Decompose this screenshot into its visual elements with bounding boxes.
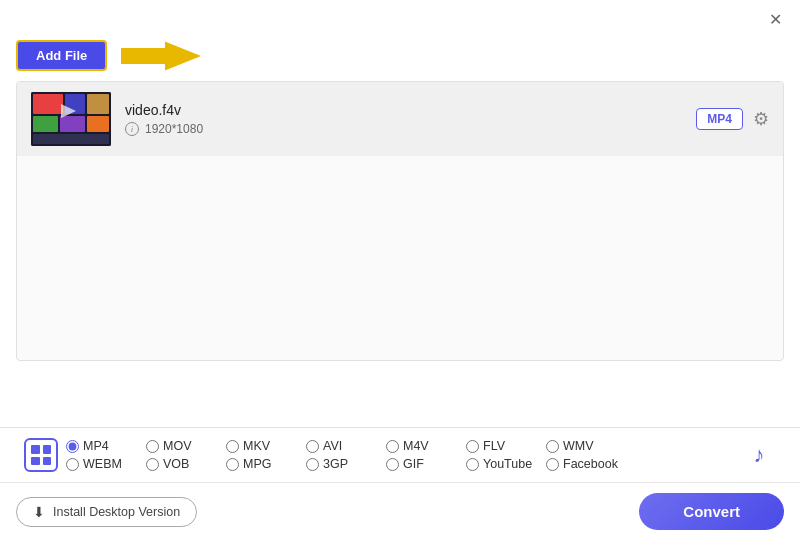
format-option-flv[interactable]: FLV bbox=[466, 439, 546, 453]
install-desktop-button[interactable]: ⬇ Install Desktop Version bbox=[16, 497, 197, 527]
format-label-facebook: Facebook bbox=[563, 457, 618, 471]
format-option-facebook[interactable]: Facebook bbox=[546, 457, 626, 471]
format-label-mkv: MKV bbox=[243, 439, 270, 453]
add-file-button[interactable]: Add File bbox=[16, 40, 107, 71]
format-badge-button[interactable]: MP4 bbox=[696, 108, 743, 130]
format-label-3gp: 3GP bbox=[323, 457, 348, 471]
format-label-vob: VOB bbox=[163, 457, 189, 471]
svg-rect-8 bbox=[33, 134, 109, 144]
format-label-m4v: M4V bbox=[403, 439, 429, 453]
format-label-mp4: MP4 bbox=[83, 439, 109, 453]
bottom-panel: MP4 MOV MKV AVI M4V bbox=[0, 427, 800, 540]
file-actions: MP4 ⚙ bbox=[696, 108, 769, 130]
file-name: video.f4v bbox=[125, 102, 682, 118]
grid-cell-2 bbox=[43, 445, 52, 454]
file-resolution: 1920*1080 bbox=[145, 122, 203, 136]
format-icon-area bbox=[16, 438, 66, 472]
format-option-mkv[interactable]: MKV bbox=[226, 439, 306, 453]
grid-cell-1 bbox=[31, 445, 40, 454]
format-option-webm[interactable]: WEBM bbox=[66, 457, 146, 471]
format-option-mov[interactable]: MOV bbox=[146, 439, 226, 453]
format-option-3gp[interactable]: 3GP bbox=[306, 457, 386, 471]
arrow-hint bbox=[121, 41, 201, 71]
format-grid: MP4 MOV MKV AVI M4V bbox=[0, 428, 800, 483]
footer-bar: ⬇ Install Desktop Version Convert bbox=[0, 483, 800, 540]
file-info: video.f4v i 1920*1080 bbox=[125, 102, 682, 136]
title-bar: ✕ bbox=[0, 0, 800, 34]
svg-rect-7 bbox=[87, 116, 109, 132]
format-label-mov: MOV bbox=[163, 439, 191, 453]
convert-button[interactable]: Convert bbox=[639, 493, 784, 530]
music-icon-area[interactable]: ♪ bbox=[734, 442, 784, 468]
music-icon: ♪ bbox=[754, 442, 765, 468]
file-thumbnail bbox=[31, 92, 111, 146]
format-option-avi[interactable]: AVI bbox=[306, 439, 386, 453]
file-list-area: video.f4v i 1920*1080 MP4 ⚙ bbox=[16, 81, 784, 361]
format-option-mpg[interactable]: MPG bbox=[226, 457, 306, 471]
file-item: video.f4v i 1920*1080 MP4 ⚙ bbox=[17, 82, 783, 156]
settings-icon[interactable]: ⚙ bbox=[753, 108, 769, 130]
thumbnail-image bbox=[31, 92, 111, 146]
svg-rect-6 bbox=[60, 116, 85, 132]
close-button[interactable]: ✕ bbox=[763, 8, 788, 31]
format-label-wmv: WMV bbox=[563, 439, 594, 453]
format-option-youtube[interactable]: YouTube bbox=[466, 457, 546, 471]
format-option-vob[interactable]: VOB bbox=[146, 457, 226, 471]
formats-row-1: MP4 MOV MKV AVI M4V bbox=[66, 439, 734, 453]
format-option-wmv[interactable]: WMV bbox=[546, 439, 626, 453]
svg-rect-5 bbox=[33, 116, 58, 132]
formats-row-2: WEBM VOB MPG 3GP GIF bbox=[66, 457, 734, 471]
formats-columns: MP4 MOV MKV AVI M4V bbox=[66, 439, 734, 471]
format-label-webm: WEBM bbox=[83, 457, 122, 471]
arrow-icon bbox=[121, 41, 201, 71]
grid-cell-3 bbox=[31, 457, 40, 466]
svg-rect-2 bbox=[33, 94, 63, 114]
format-option-m4v[interactable]: M4V bbox=[386, 439, 466, 453]
format-option-mp4[interactable]: MP4 bbox=[66, 439, 146, 453]
format-label-mpg: MPG bbox=[243, 457, 271, 471]
format-label-gif: GIF bbox=[403, 457, 424, 471]
svg-rect-4 bbox=[87, 94, 109, 114]
format-label-youtube: YouTube bbox=[483, 457, 532, 471]
video-format-icon[interactable] bbox=[24, 438, 58, 472]
download-icon: ⬇ bbox=[33, 504, 45, 520]
info-icon: i bbox=[125, 122, 139, 136]
format-option-gif[interactable]: GIF bbox=[386, 457, 466, 471]
format-label-flv: FLV bbox=[483, 439, 505, 453]
install-label: Install Desktop Version bbox=[53, 505, 180, 519]
svg-marker-0 bbox=[121, 41, 201, 70]
grid-cell-4 bbox=[43, 457, 52, 466]
format-label-avi: AVI bbox=[323, 439, 342, 453]
file-meta: i 1920*1080 bbox=[125, 122, 682, 136]
toolbar: Add File bbox=[0, 34, 800, 81]
